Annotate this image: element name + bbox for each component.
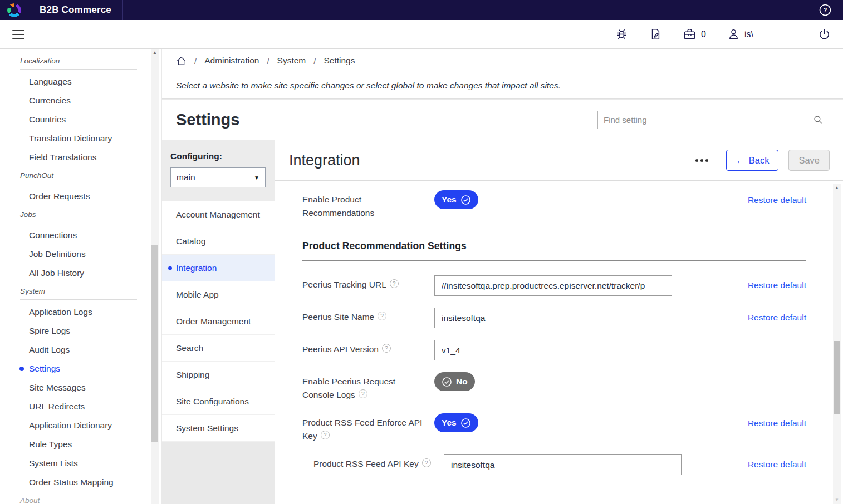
breadcrumb-item-system[interactable]: System	[277, 56, 306, 66]
help-icon[interactable]: ?	[321, 431, 330, 439]
divider	[20, 223, 137, 223]
category-item-catalog[interactable]: Catalog	[162, 228, 275, 255]
sidebar-item-application-dictionary[interactable]: Application Dictionary	[0, 416, 161, 435]
sidebar-item-rule-types[interactable]: Rule Types	[0, 435, 161, 454]
help-icon[interactable]: ?	[422, 458, 431, 467]
category-item-mobile-app[interactable]: Mobile App	[162, 281, 275, 308]
sidebar-item-currencies[interactable]: Currencies	[0, 91, 161, 110]
logout-button[interactable]	[818, 28, 831, 41]
find-setting-input[interactable]	[604, 115, 813, 125]
sidebar-item-countries[interactable]: Countries	[0, 110, 161, 129]
scroll-down-arrow-icon[interactable]: ▼	[833, 497, 841, 502]
more-options-button[interactable]	[692, 156, 712, 165]
website-select-value: main	[177, 172, 195, 182]
sidebar-item-audit-logs[interactable]: Audit Logs	[0, 340, 161, 359]
cart-button[interactable]: 0	[683, 28, 706, 41]
setting-label: Product RSS Feed API Key?	[313, 454, 436, 471]
help-icon[interactable]: ?	[390, 279, 399, 288]
sidebar-item-system-lists[interactable]: System Lists	[0, 454, 161, 473]
page-title: Settings	[176, 111, 239, 129]
setting-input-peerius-tracking-url[interactable]	[434, 275, 672, 296]
setting-input-product-rss-feed-api-key[interactable]	[444, 454, 682, 475]
category-item-shipping[interactable]: Shipping	[162, 362, 275, 388]
setting-row-enable-peerius-request-console-logs: Enable Peerius Request Console Logs?No	[302, 372, 806, 402]
breadcrumb-separator: /	[313, 56, 316, 66]
setting-toggle-product-rss-feed-enforce-api-key[interactable]: Yes	[434, 413, 478, 432]
sidebar-item-field-translations[interactable]: Field Translations	[0, 148, 161, 167]
setting-row-peerius-api-version: Peerius API Version?	[302, 340, 806, 360]
power-icon	[818, 28, 831, 41]
restore-default-link[interactable]: Restore default	[748, 190, 806, 205]
sidebar-item-all-job-history[interactable]: All Job History	[0, 264, 161, 283]
configuring-label: Configuring:	[170, 151, 266, 161]
user-menu-button[interactable]: is\	[727, 28, 753, 41]
help-icon[interactable]: ?	[382, 344, 391, 353]
category-item-label: Catalog	[176, 236, 205, 246]
divider	[302, 260, 806, 261]
sidebar-section-label-jobs: Jobs	[20, 210, 137, 219]
category-item-order-management[interactable]: Order Management	[162, 308, 275, 335]
sidebar-nav: LocalizationLanguagesCurrenciesCountries…	[0, 57, 161, 504]
restore-default-link[interactable]: Restore default	[748, 454, 806, 470]
bug-icon	[615, 28, 628, 41]
breadcrumb-item-settings[interactable]: Settings	[324, 56, 355, 66]
panel-scroll-thumb[interactable]	[834, 341, 840, 414]
sidebar-item-application-logs[interactable]: Application Logs	[0, 303, 161, 322]
admin-sidebar: LocalizationLanguagesCurrenciesCountries…	[0, 49, 161, 504]
category-item-system-settings[interactable]: System Settings	[162, 415, 275, 442]
sidebar-item-settings[interactable]: Settings	[0, 359, 161, 378]
find-setting-search[interactable]	[597, 111, 829, 129]
sidebar-item-label: Translation Dictionary	[29, 134, 112, 143]
sidebar-item-url-redirects[interactable]: URL Redirects	[0, 397, 161, 416]
configuring-panel: Configuring: main ▼ Account ManagementCa…	[162, 140, 275, 504]
divider	[20, 69, 137, 70]
setting-toggle-enable-product-recommendations[interactable]: Yes	[434, 190, 478, 209]
debug-button[interactable]	[615, 28, 628, 41]
sidebar-item-connections[interactable]: Connections	[0, 226, 161, 245]
sidebar-item-spire-logs[interactable]: Spire Logs	[0, 322, 161, 340]
restore-default-link[interactable]: Restore default	[748, 275, 806, 290]
sidebar-scrollbar[interactable]: ▲	[151, 49, 159, 504]
scroll-up-arrow-icon[interactable]: ▲	[151, 50, 159, 55]
section-title: Product Recommendation Settings	[302, 240, 806, 252]
sidebar-item-label: Languages	[29, 77, 72, 86]
setting-input-peerius-site-name[interactable]	[434, 308, 672, 328]
category-item-integration[interactable]: Integration	[162, 255, 275, 281]
content-editor-button[interactable]	[649, 28, 661, 41]
app-logo[interactable]	[0, 0, 28, 20]
sidebar-item-order-status-mapping[interactable]: Order Status Mapping	[0, 473, 161, 492]
search-icon[interactable]	[813, 115, 823, 125]
scroll-up-arrow-icon[interactable]: ▲	[833, 185, 841, 190]
save-button[interactable]: Save	[788, 150, 830, 171]
setting-row-enable-product-recommendations: Enable Product RecommendationsYesRestore…	[302, 190, 806, 220]
sidebar-item-languages[interactable]: Languages	[0, 72, 161, 91]
help-button[interactable]: ?	[807, 0, 843, 20]
sidebar-item-order-requests[interactable]: Order Requests	[0, 187, 161, 206]
category-item-search[interactable]: Search	[162, 335, 275, 362]
breadcrumb: /Administration/System/Settings	[162, 49, 843, 72]
sidebar-scroll-thumb[interactable]	[151, 245, 158, 442]
sidebar-item-translation-dictionary[interactable]: Translation Dictionary	[0, 129, 161, 148]
back-button[interactable]: ← Back	[726, 150, 778, 171]
setting-control: Yes	[434, 413, 717, 432]
restore-default-link[interactable]: Restore default	[748, 413, 806, 428]
setting-toggle-enable-peerius-request-console-logs[interactable]: No	[434, 372, 475, 391]
menu-hamburger-button[interactable]	[12, 27, 24, 42]
check-circle-icon	[460, 195, 471, 205]
setting-row-product-rss-feed-api-key: Product RSS Feed API Key?Restore default	[302, 454, 806, 475]
website-select[interactable]: main ▼	[170, 167, 266, 187]
sidebar-item-site-messages[interactable]: Site Messages	[0, 378, 161, 397]
category-item-site-configurations[interactable]: Site Configurations	[162, 388, 275, 415]
help-icon[interactable]: ?	[359, 389, 367, 398]
home-breadcrumb-button[interactable]	[176, 56, 187, 66]
help-icon[interactable]: ?	[378, 312, 386, 320]
panel-scrollbar[interactable]: ▲ ▼	[833, 184, 841, 504]
setting-input-peerius-api-version[interactable]	[434, 340, 672, 360]
cart-count: 0	[701, 29, 706, 39]
restore-default-link[interactable]: Restore default	[748, 308, 806, 323]
svg-text:?: ?	[824, 7, 827, 13]
breadcrumb-item-administration[interactable]: Administration	[204, 56, 259, 66]
sidebar-item-job-definitions[interactable]: Job Definitions	[0, 245, 161, 264]
sidebar-section-label-punchout: PunchOut	[20, 171, 137, 180]
category-item-account-management[interactable]: Account Management	[162, 201, 275, 228]
